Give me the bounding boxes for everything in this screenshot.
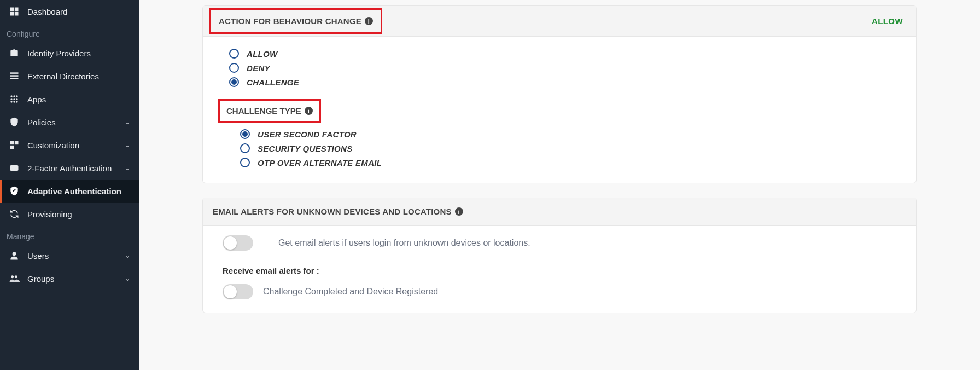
svg-point-20 (13, 252, 16, 256)
list-icon (9, 71, 20, 82)
svg-rect-3 (15, 12, 19, 16)
option-label: USER SECOND FACTOR (258, 130, 357, 139)
sidebar-item-adaptive-auth[interactable]: Adaptive Authentication (0, 180, 139, 203)
grid-icon (9, 94, 20, 105)
challenge-type-text: CHALLENGE TYPE (226, 106, 301, 115)
sidebar-label: Customization (27, 141, 79, 150)
chevron-down-icon: ⌄ (125, 275, 130, 282)
challenge-completed-row: Challenge Completed and Device Registere… (223, 284, 901, 299)
svg-point-21 (11, 275, 14, 278)
sidebar-label: Apps (27, 95, 46, 104)
chevron-down-icon: ⌄ (125, 164, 130, 172)
svg-rect-1 (15, 8, 19, 11)
option-label: DENY (247, 63, 270, 73)
email-panel-body: Get email alerts if users login from unk… (203, 226, 916, 313)
sidebar-label: 2-Factor Authentication (27, 164, 112, 173)
svg-rect-4 (10, 72, 19, 74)
chevron-down-icon: ⌄ (125, 252, 130, 259)
challenge-type-title: CHALLENGE TYPE i (218, 99, 321, 123)
option-label: CHALLENGE (247, 78, 299, 87)
svg-point-13 (10, 101, 12, 102)
sidebar-label: Users (27, 251, 49, 261)
challenge-option-usf[interactable]: USER SECOND FACTOR (240, 127, 901, 141)
email-title: EMAIL ALERTS FOR UNKNOWN DEVICES AND LOC… (213, 207, 463, 216)
chevron-down-icon: ⌄ (125, 141, 130, 149)
svg-point-10 (10, 98, 12, 100)
radio-icon (240, 143, 250, 153)
svg-point-11 (13, 98, 15, 100)
svg-point-9 (16, 95, 18, 97)
challenge-option-sq[interactable]: SECURITY QUESTIONS (240, 141, 901, 155)
sidebar-label: Identity Providers (27, 49, 91, 58)
main-content: ACTION FOR BEHAVIOUR CHANGE i ALLOW ALLO… (139, 0, 980, 370)
svg-point-7 (10, 95, 12, 97)
sidebar-item-provisioning[interactable]: Provisioning (0, 203, 139, 226)
user-icon (9, 250, 20, 261)
svg-rect-16 (10, 141, 14, 145)
action-panel-head: ACTION FOR BEHAVIOUR CHANGE i ALLOW (203, 6, 916, 37)
email-title-text: EMAIL ALERTS FOR UNKNOWN DEVICES AND LOC… (213, 207, 452, 216)
shield-check-icon (9, 186, 20, 196)
sidebar-item-users[interactable]: Users ⌄ (0, 244, 139, 267)
info-icon[interactable]: i (305, 107, 313, 115)
sidebar-item-2fa[interactable]: 2-Factor Authentication ⌄ (0, 157, 139, 180)
receive-alerts-label: Receive email alerts for : (223, 266, 901, 275)
email-panel-head: EMAIL ALERTS FOR UNKNOWN DEVICES AND LOC… (203, 198, 916, 226)
sidebar-label: Dashboard (27, 7, 67, 16)
svg-rect-0 (10, 8, 14, 11)
email-panel: EMAIL ALERTS FOR UNKNOWN DEVICES AND LOC… (202, 198, 917, 313)
challenge-options: USER SECOND FACTOR SECURITY QUESTIONS OT… (229, 127, 901, 170)
radio-icon (229, 63, 239, 73)
sidebar-label: External Directories (27, 72, 99, 81)
keypad-icon (9, 163, 20, 174)
option-label: SECURITY QUESTIONS (258, 144, 352, 153)
sidebar-label: Provisioning (27, 210, 72, 219)
action-option-challenge[interactable]: CHALLENGE (229, 75, 901, 89)
svg-point-12 (16, 98, 18, 100)
svg-rect-6 (10, 78, 19, 79)
sidebar-item-external-directories[interactable]: External Directories (0, 65, 139, 88)
info-icon[interactable]: i (455, 207, 463, 216)
svg-point-22 (15, 275, 18, 278)
svg-point-8 (13, 95, 15, 97)
challenge-completed-toggle[interactable] (223, 284, 253, 299)
action-title: ACTION FOR BEHAVIOUR CHANGE i (209, 8, 382, 34)
challenge-option-otp[interactable]: OTP OVER ALTERNATE EMAIL (240, 155, 901, 170)
action-title-text: ACTION FOR BEHAVIOUR CHANGE (219, 16, 361, 26)
svg-point-15 (16, 101, 18, 102)
email-alert-toggle[interactable] (223, 235, 253, 251)
challenge-completed-text: Challenge Completed and Device Registere… (263, 287, 438, 297)
action-panel: ACTION FOR BEHAVIOUR CHANGE i ALLOW ALLO… (202, 5, 917, 183)
sidebar: Dashboard Configure Identity Providers E… (0, 0, 139, 370)
puzzle-icon (9, 140, 20, 151)
section-configure: Configure (0, 23, 139, 42)
briefcase-icon (9, 48, 20, 59)
sidebar-item-policies[interactable]: Policies ⌄ (0, 111, 139, 134)
section-manage: Manage (0, 226, 139, 244)
sidebar-label: Policies (27, 118, 56, 127)
sidebar-label: Groups (27, 274, 54, 284)
svg-rect-2 (10, 12, 14, 16)
action-option-allow[interactable]: ALLOW (229, 47, 901, 61)
svg-rect-18 (10, 146, 14, 149)
action-panel-body: ALLOW DENY CHALLENGE CHALLENGE TYPE i US… (203, 37, 916, 183)
info-icon[interactable]: i (365, 17, 373, 25)
sidebar-item-groups[interactable]: Groups ⌄ (0, 267, 139, 290)
action-status: ALLOW (872, 16, 903, 26)
chevron-down-icon: ⌄ (125, 118, 130, 126)
svg-rect-5 (10, 75, 19, 77)
sidebar-item-apps[interactable]: Apps (0, 88, 139, 111)
option-label: OTP OVER ALTERNATE EMAIL (258, 158, 382, 167)
sidebar-item-dashboard[interactable]: Dashboard (0, 0, 139, 23)
sidebar-label: Adaptive Authentication (27, 187, 121, 196)
action-option-deny[interactable]: DENY (229, 61, 901, 75)
radio-icon (240, 129, 250, 139)
sidebar-item-customization[interactable]: Customization ⌄ (0, 134, 139, 157)
email-toggle-text: Get email alerts if users login from unk… (278, 238, 530, 248)
radio-icon (229, 77, 239, 87)
email-toggle-row: Get email alerts if users login from unk… (223, 235, 901, 251)
option-label: ALLOW (247, 49, 277, 59)
shield-icon (9, 117, 20, 128)
radio-icon (240, 158, 250, 167)
sidebar-item-identity-providers[interactable]: Identity Providers (0, 42, 139, 65)
